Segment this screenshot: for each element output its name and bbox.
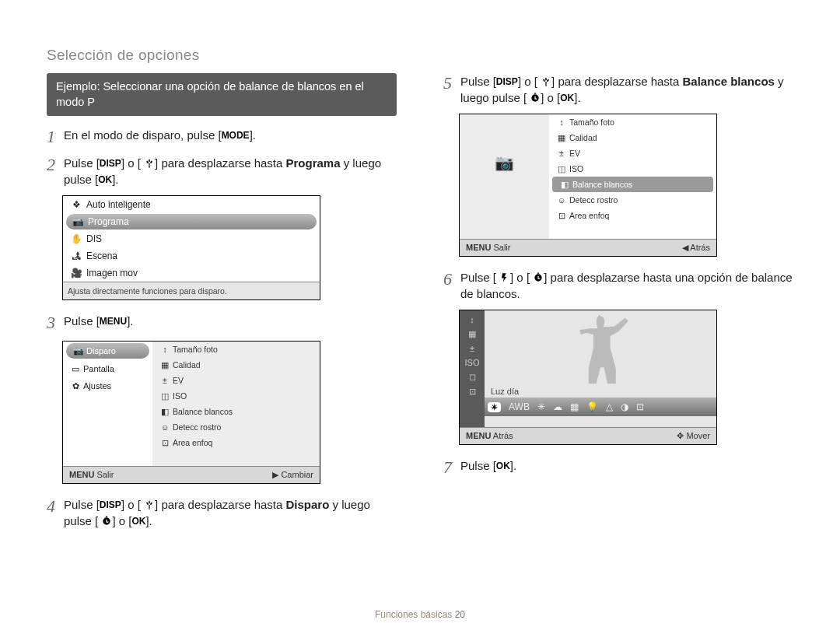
step-3: Pulse [MENU].: [47, 313, 397, 333]
step-6: Pulse [ ] o [ ] para desplazarse hasta u…: [443, 269, 793, 302]
camera-icon: 📷: [495, 153, 514, 172]
mode-button-label: MODE: [222, 129, 250, 142]
ok-button-label: OK: [98, 173, 112, 187]
quality-icon: ▦: [157, 360, 173, 370]
page-footer: Funciones básicas 20: [0, 609, 840, 620]
ev-icon: ±: [554, 149, 569, 158]
disp-button-label: DISP: [100, 157, 121, 170]
camera-p-icon: 📷: [69, 216, 86, 227]
face-icon: ☺: [554, 195, 569, 205]
wb-option-strip: ☀ AWB ✳ ☁ ▦ 💡 △ ◑ ⊡: [485, 398, 716, 416]
wb-current-label: Luz día: [491, 387, 519, 396]
movie-icon: 🎥: [68, 268, 85, 278]
step-1: En el modo de disparo, pulse [MODE].: [47, 127, 397, 147]
page-header: Selección de opciones: [47, 47, 793, 64]
wb-picker-screenshot: ↕ ▦ ± ISO ◻ ⊡ Luz día ☀ AWB ✳: [459, 310, 717, 445]
quality-icon: ▦: [554, 133, 569, 142]
scene-icon: 🏞: [68, 250, 85, 261]
display-icon: ▭: [68, 364, 83, 374]
face-icon: ☺: [157, 422, 173, 432]
flash-icon: [499, 272, 510, 283]
example-pill: Ejemplo: Seleccionar una opción de balan…: [47, 73, 397, 116]
wb-icon: ◧: [157, 407, 173, 416]
iso-icon: ◫: [157, 391, 173, 401]
wb-left-icon: ISO: [465, 358, 480, 367]
macro-icon: [144, 499, 155, 510]
timer-icon: [530, 93, 541, 103]
iso-icon: ◫: [554, 164, 569, 173]
step-7: Pulse [OK].: [443, 457, 793, 478]
timer-icon: [533, 272, 544, 283]
dis-icon: ✋: [68, 233, 85, 244]
menu-wb-screenshot: 📷 ↕Tamaño foto ▦Calidad ±EV ◫ISO ◧Balanc…: [459, 114, 717, 257]
timer-icon: [101, 516, 112, 527]
step-4: Pulse [DISP] o [ ] para desplazarse hast…: [47, 496, 397, 529]
wb-preview-silhouette: [565, 315, 635, 390]
camera-icon: 📷: [71, 346, 86, 356]
menu-screenshot: 📷Disparo ▭Pantalla ✿Ajustes ↕Tamaño foto…: [62, 341, 320, 484]
mode-list-screenshot: ❖Auto inteligente 📷Programa ✋DIS 🏞Escena…: [62, 195, 320, 300]
afarea-icon: ⊡: [554, 211, 569, 220]
wb-left-icon: ↕: [470, 315, 474, 324]
size-icon: ↕: [554, 117, 569, 127]
wb-left-icon: ◻: [469, 372, 476, 382]
afarea-icon: ⊡: [157, 438, 173, 447]
step-5: Pulse [DISP] o [ ] para desplazarse hast…: [443, 73, 793, 106]
mode-caption: Ajusta directamente funciones para dispa…: [63, 282, 320, 299]
wb-icon: ◧: [557, 180, 572, 189]
wb-left-icon: ⊡: [469, 387, 476, 397]
gear-icon: ✿: [68, 381, 83, 391]
macro-icon: [144, 158, 155, 169]
ev-icon: ±: [157, 376, 173, 385]
wb-left-icon: ±: [470, 344, 474, 353]
size-icon: ↕: [157, 345, 173, 354]
menu-button-label: MENU: [100, 315, 127, 328]
wb-left-icon: ▦: [468, 329, 476, 339]
step-2: Pulse [DISP] o [ ] para desplazarse hast…: [47, 155, 397, 187]
macro-icon: [541, 76, 551, 87]
smart-icon: ❖: [68, 199, 85, 210]
